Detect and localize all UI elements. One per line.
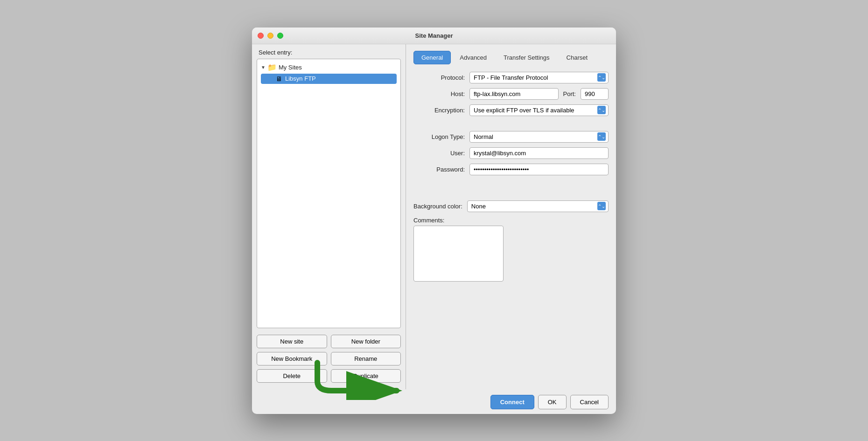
host-label: Host: [413, 90, 465, 97]
tabs-row: General Advanced Transfer Settings Chars… [413, 51, 609, 64]
window-title: Site Manager [415, 32, 453, 39]
logon-type-select-wrapper: Normal ⌃⌄ [469, 131, 609, 143]
comments-label: Comments: [413, 217, 609, 224]
server-icon: 🖥 [276, 75, 282, 83]
main-content: Select entry: ▼ 📁 My Sites 🖥 Libsyn FTP … [252, 44, 616, 389]
my-sites-folder[interactable]: ▼ 📁 My Sites [259, 62, 399, 73]
encryption-label: Encryption: [413, 107, 465, 114]
encryption-select-wrapper: Use explicit FTP over TLS if available ⌃… [469, 104, 609, 116]
logon-type-select[interactable]: Normal [469, 131, 609, 143]
port-input[interactable] [581, 88, 609, 100]
close-button[interactable] [258, 33, 264, 39]
delete-button[interactable]: Delete [257, 369, 327, 383]
comments-textarea[interactable] [413, 226, 504, 282]
user-label: User: [413, 150, 465, 157]
site-item-label: Libsyn FTP [285, 75, 316, 82]
port-label: Port: [563, 90, 576, 97]
password-row: Password: [413, 164, 609, 175]
cancel-button[interactable]: Cancel [570, 395, 609, 409]
site-manager-window: Site Manager Select entry: ▼ 📁 My Sites … [252, 28, 616, 414]
bg-color-row: Background color: None ⌃⌄ [413, 200, 609, 212]
titlebar: Site Manager [252, 28, 616, 44]
tab-advanced[interactable]: Advanced [452, 51, 495, 64]
protocol-select[interactable]: FTP - File Transfer Protocol [469, 72, 609, 83]
minimize-button[interactable] [267, 33, 273, 39]
duplicate-button[interactable]: Duplicate [331, 369, 401, 383]
libsyn-ftp-item[interactable]: 🖥 Libsyn FTP [261, 74, 397, 84]
host-input[interactable] [469, 88, 559, 100]
tab-charset[interactable]: Charset [559, 51, 596, 64]
protocol-row: Protocol: FTP - File Transfer Protocol ⌃… [413, 72, 609, 83]
ok-button[interactable]: OK [538, 395, 567, 409]
encryption-row: Encryption: Use explicit FTP over TLS if… [413, 104, 609, 116]
new-folder-button[interactable]: New folder [331, 335, 401, 348]
folder-arrow: ▼ [261, 65, 266, 70]
new-bookmark-button[interactable]: New Bookmark [257, 352, 327, 365]
tab-general[interactable]: General [413, 51, 451, 64]
protocol-label: Protocol: [413, 74, 465, 81]
protocol-select-wrapper: FTP - File Transfer Protocol ⌃⌄ [469, 72, 609, 83]
logon-type-row: Logon Type: Normal ⌃⌄ [413, 131, 609, 143]
comments-section: Comments: [413, 217, 609, 283]
new-site-button[interactable]: New site [257, 335, 327, 348]
user-input[interactable] [469, 147, 609, 159]
connect-button[interactable]: Connect [490, 395, 534, 409]
host-row: Host: Port: [413, 88, 609, 100]
right-panel: General Advanced Transfer Settings Chars… [406, 44, 616, 389]
password-input[interactable] [469, 164, 609, 175]
bottom-actions: Connect OK Cancel [252, 389, 616, 414]
user-row: User: [413, 147, 609, 159]
window-controls [258, 33, 283, 39]
tab-transfer-settings[interactable]: Transfer Settings [496, 51, 558, 64]
encryption-select[interactable]: Use explicit FTP over TLS if available [469, 104, 609, 116]
tree-area: ▼ 📁 My Sites 🖥 Libsyn FTP [257, 59, 401, 328]
folder-icon: 📁 [267, 63, 277, 72]
maximize-button[interactable] [277, 33, 283, 39]
password-label: Password: [413, 166, 465, 173]
select-entry-label: Select entry: [252, 44, 406, 59]
folder-label: My Sites [279, 64, 302, 71]
logon-type-label: Logon Type: [413, 133, 465, 140]
general-form: Protocol: FTP - File Transfer Protocol ⌃… [413, 72, 609, 383]
left-panel: Select entry: ▼ 📁 My Sites 🖥 Libsyn FTP … [252, 44, 406, 389]
rename-button[interactable]: Rename [331, 352, 401, 365]
site-action-buttons: New site New folder New Bookmark Rename … [252, 328, 406, 389]
bg-color-select[interactable]: None [467, 200, 609, 212]
bg-color-select-wrapper: None ⌃⌄ [467, 200, 609, 212]
bg-color-label: Background color: [413, 203, 462, 210]
